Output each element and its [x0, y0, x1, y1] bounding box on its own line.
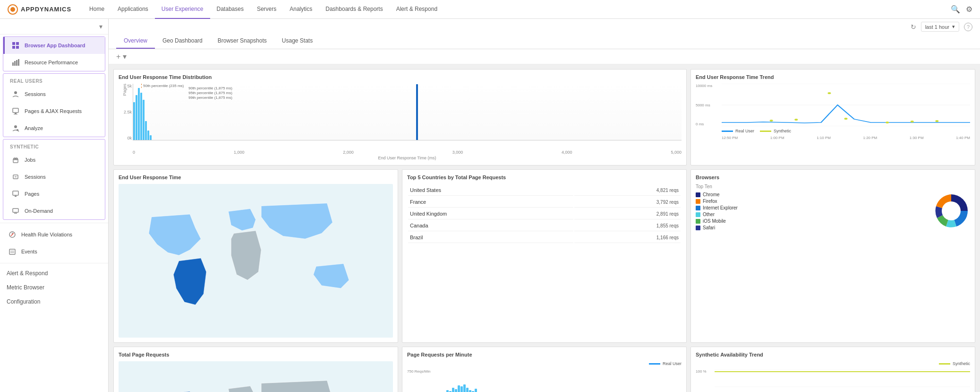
- svg-rect-21: [15, 196, 17, 197]
- panel-page-reqs-title: Page Requests per Minute: [407, 352, 682, 357]
- search-icon[interactable]: 🔍: [951, 5, 960, 14]
- svg-point-33: [770, 120, 773, 122]
- svg-rect-11: [14, 114, 17, 114]
- browser-legend: Chrome Firefox Internet Explorer Ot: [696, 192, 928, 232]
- svg-point-34: [794, 119, 798, 121]
- svg-rect-6: [16, 60, 17, 66]
- svg-rect-27: [9, 249, 15, 254]
- logo-text: APPDYNAMICS: [21, 6, 71, 13]
- trend-x-120: 1:20 PM: [863, 136, 877, 140]
- svg-line-14: [18, 131, 19, 131]
- table-row: Brazil 1,166 reqs: [408, 232, 681, 243]
- sidebar-item-analyze[interactable]: Analyze: [3, 120, 105, 137]
- sidebar-pages-label: Pages: [25, 191, 39, 197]
- analyze-icon: [11, 124, 20, 132]
- on-demand-icon: [11, 207, 20, 215]
- svg-point-40: [942, 201, 961, 220]
- help-icon[interactable]: ?: [964, 23, 972, 31]
- synth-y-100: 100 %: [696, 369, 713, 374]
- legend-safari-label: Safari: [703, 225, 715, 230]
- sidebar-sessions-real-label: Sessions: [25, 91, 46, 97]
- nav-dashboards[interactable]: Dashboards & Reports: [319, 0, 389, 19]
- sidebar-health-rules-label: Health Rule Violations: [21, 232, 72, 237]
- sidebar-bottom-metric[interactable]: Metric Browser: [0, 280, 108, 295]
- jobs-icon: [11, 156, 20, 164]
- panel-response-time-title: End User Response Time: [119, 174, 393, 180]
- trend-x-130: 1:30 PM: [910, 136, 924, 140]
- nav-servers[interactable]: Servers: [250, 0, 283, 19]
- panel-page-reqs-per-min: Page Requests per Minute Real User 750 R…: [402, 347, 687, 392]
- browsers-subtitle: Top Ten: [696, 184, 970, 189]
- svg-rect-2: [12, 46, 15, 49]
- sidebar-bottom-config[interactable]: Configuration: [0, 295, 108, 309]
- svg-rect-9: [13, 108, 18, 113]
- nav-databases[interactable]: Databases: [210, 0, 250, 19]
- tab-browser-snapshots[interactable]: Browser Snapshots: [210, 34, 274, 49]
- reqs-legend-real: Real User: [663, 361, 682, 366]
- dashboard-grid: End User Response Time Distribution 5k 2…: [109, 64, 980, 392]
- pages-icon: [11, 190, 20, 198]
- nav-alert[interactable]: Alert & Respond: [390, 0, 444, 19]
- tab-usage-stats[interactable]: Usage Stats: [274, 34, 320, 49]
- panel-top-countries: Top 5 Countries by Total Page Requests U…: [402, 169, 687, 343]
- reqs-y-750: 750 Reqs/Min: [407, 369, 435, 374]
- legend-other: Other: [696, 212, 928, 217]
- synthetic-section-label: SYNTHETIC: [3, 139, 105, 151]
- sidebar-item-pages[interactable]: Pages: [3, 185, 105, 202]
- tab-geo-dashboard[interactable]: Geo Dashboard: [155, 34, 210, 49]
- sidebar-toggle[interactable]: ▾: [0, 19, 108, 35]
- reqs-br: 1,166 reqs: [574, 232, 681, 243]
- svg-rect-20: [13, 191, 18, 195]
- tab-overview[interactable]: Overview: [116, 34, 155, 49]
- svg-rect-0: [12, 42, 15, 45]
- svg-point-35: [827, 92, 831, 94]
- nav-applications[interactable]: Applications: [111, 0, 155, 19]
- sidebar-label-browser-app: Browser App Dashboard: [25, 43, 85, 48]
- sidebar-item-pages-ajax[interactable]: Pages & AJAX Requests: [3, 103, 105, 120]
- collapse-icon[interactable]: ▾: [99, 23, 102, 30]
- legend-firefox-label: Firefox: [703, 199, 717, 204]
- svg-rect-10: [15, 113, 17, 114]
- nav-home[interactable]: Home: [83, 0, 111, 19]
- legend-ie: Internet Explorer: [696, 205, 928, 210]
- panel-browsers-title: Browsers: [696, 174, 970, 180]
- sidebar-events-label: Events: [21, 249, 37, 254]
- time-selector-label: last 1 hour: [925, 24, 949, 30]
- real-users-section-label: REAL USERS: [3, 74, 105, 86]
- country-uk: United Kingdom: [408, 209, 573, 219]
- legend-safari: Safari: [696, 225, 928, 230]
- legend-firefox: Firefox: [696, 199, 928, 204]
- add-widget-row[interactable]: + ▾: [109, 49, 980, 64]
- nav-user-experience[interactable]: User Experience: [155, 0, 210, 19]
- sidebar-item-resource-performance[interactable]: Resource Performance: [3, 54, 105, 71]
- table-row: France 3,792 reqs: [408, 197, 681, 208]
- sidebar-item-events[interactable]: Events: [0, 243, 108, 260]
- refresh-icon[interactable]: ↻: [911, 23, 916, 31]
- health-icon: [8, 230, 17, 239]
- chart-icon: [11, 58, 20, 67]
- plus-icon[interactable]: + ▾: [116, 52, 127, 61]
- svg-point-38: [911, 121, 914, 122]
- main-layout: ▾ Browser App Dashboard Resource Perform…: [0, 19, 980, 392]
- sidebar-item-sessions-synth[interactable]: Sessions: [3, 168, 105, 185]
- sidebar-item-health-rules[interactable]: Health Rule Violations: [0, 226, 108, 243]
- sidebar-item-sessions-real[interactable]: Sessions: [3, 86, 105, 103]
- panel-response-dist: End User Response Time Distribution 5k 2…: [113, 69, 687, 166]
- legend-ios-label: iOS Mobile: [703, 218, 726, 224]
- panel-browsers: Browsers Top Ten Chrome Firefox: [690, 169, 975, 343]
- sidebar-label-resource-perf: Resource Performance: [25, 60, 78, 65]
- nav-right-controls: 🔍 ⚙: [951, 5, 972, 14]
- sidebar-item-on-demand[interactable]: On-Demand: [3, 202, 105, 219]
- country-us: United States: [408, 185, 573, 196]
- time-selector[interactable]: last 1 hour ▾: [921, 22, 959, 32]
- logo-icon: [8, 4, 18, 15]
- trend-y-5000: 5000 ms: [696, 103, 719, 107]
- panel-synthetic-availability: Synthetic Availability Trend Synthetic 1…: [690, 347, 975, 392]
- trend-x-100: 1:00 PM: [770, 136, 784, 140]
- response-trend-chart: [722, 84, 970, 126]
- sidebar-item-jobs[interactable]: Jobs: [3, 151, 105, 168]
- sidebar-item-browser-app-dashboard[interactable]: Browser App Dashboard: [3, 37, 105, 54]
- nav-analytics[interactable]: Analytics: [283, 0, 319, 19]
- gear-icon[interactable]: ⚙: [966, 5, 972, 14]
- sidebar-bottom-alert[interactable]: Alert & Respond: [0, 266, 108, 280]
